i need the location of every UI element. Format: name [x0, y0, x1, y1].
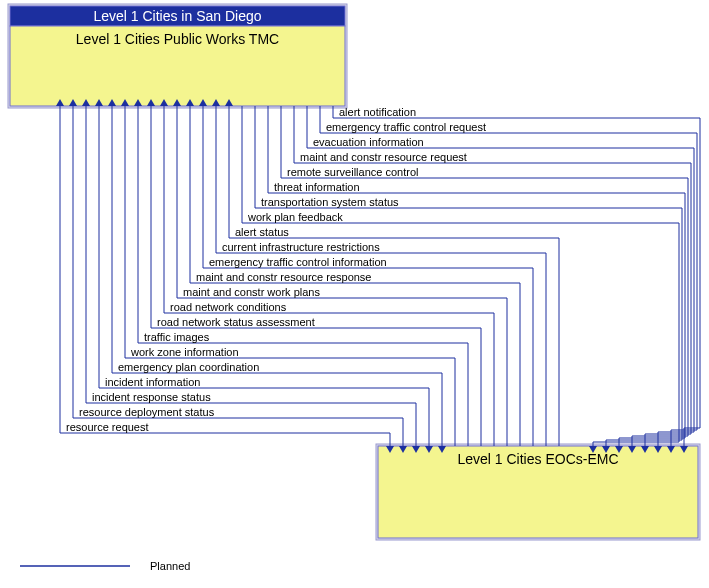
flow-label: emergency traffic control information — [209, 256, 387, 268]
legend-planned-label: Planned — [150, 560, 190, 572]
flow-label: transportation system status — [261, 196, 399, 208]
flow-label: resource request — [66, 421, 149, 433]
flow-label: incident response status — [92, 391, 211, 403]
flow-label: work plan feedback — [247, 211, 343, 223]
top-entity-box-title: Level 1 Cities Public Works TMC — [76, 31, 279, 47]
flow-label: maint and constr work plans — [183, 286, 320, 298]
flow-label: threat information — [274, 181, 360, 193]
flow-label: emergency traffic control request — [326, 121, 486, 133]
flow-label: alert status — [235, 226, 289, 238]
architecture-flow-diagram: Level 1 Cities in San DiegoLevel 1 Citie… — [0, 0, 709, 588]
flow-label: emergency plan coordination — [118, 361, 259, 373]
flow-label: incident information — [105, 376, 200, 388]
flow-label: work zone information — [130, 346, 239, 358]
flow-label: maint and constr resource request — [300, 151, 467, 163]
flow-label: maint and constr resource response — [196, 271, 371, 283]
bottom-entity-box: Level 1 Cities EOCs-EMC — [376, 444, 700, 540]
legend: Planned — [20, 560, 190, 572]
flow-label: resource deployment status — [79, 406, 215, 418]
flow-label: traffic images — [144, 331, 210, 343]
flow-label: alert notification — [339, 106, 416, 118]
top-entity-box: Level 1 Cities in San DiegoLevel 1 Citie… — [8, 4, 347, 108]
flow-label: road network status assessment — [157, 316, 315, 328]
flow-label: remote surveillance control — [287, 166, 418, 178]
flow-label: evacuation information — [313, 136, 424, 148]
bottom-entity-box-title: Level 1 Cities EOCs-EMC — [457, 451, 618, 467]
flow-label: road network conditions — [170, 301, 287, 313]
flow-label: current infrastructure restrictions — [222, 241, 380, 253]
top-entity-box-header: Level 1 Cities in San Diego — [93, 8, 261, 24]
